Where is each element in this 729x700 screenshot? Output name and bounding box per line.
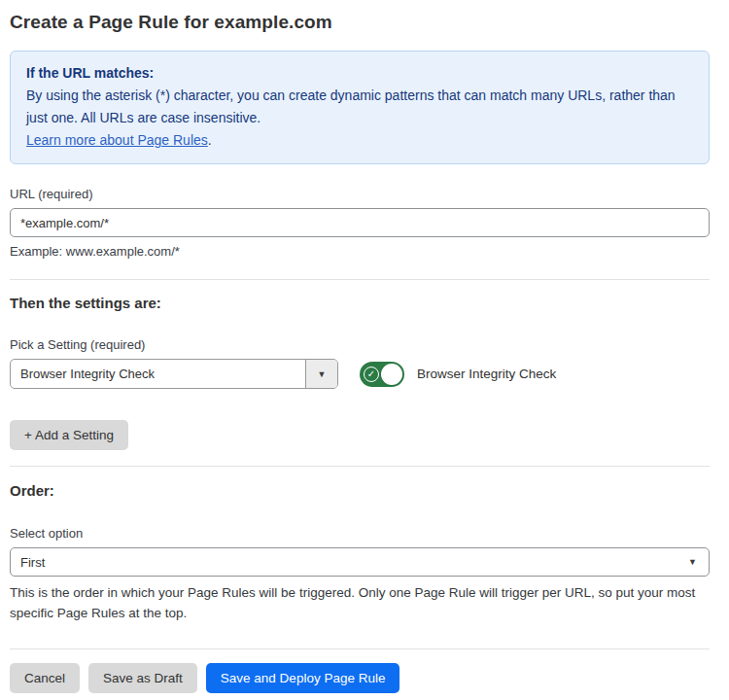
url-label: URL (required)	[10, 187, 710, 201]
url-match-info-box: If the URL matches: By using the asteris…	[10, 51, 710, 164]
toggle-knob	[381, 364, 402, 385]
link-suffix: .	[208, 132, 212, 148]
page-title: Create a Page Rule for example.com	[10, 12, 710, 33]
order-heading: Order:	[10, 482, 710, 499]
url-input[interactable]	[10, 208, 710, 237]
divider	[10, 279, 710, 280]
setting-row: Browser Integrity Check ▼ ✓ Browser Inte…	[10, 359, 710, 389]
chevron-down-icon[interactable]: ▼	[305, 360, 337, 388]
order-select-value: First	[20, 555, 45, 570]
learn-more-link[interactable]: Learn more about Page Rules	[26, 132, 208, 148]
info-box-body: By using the asterisk (*) character, you…	[26, 85, 693, 129]
divider	[10, 648, 710, 649]
setting-select-value: Browser Integrity Check	[11, 360, 305, 388]
order-select[interactable]: First ▼	[10, 547, 710, 577]
setting-toggle[interactable]: ✓	[360, 362, 404, 387]
info-box-heading: If the URL matches:	[26, 62, 693, 85]
cancel-button[interactable]: Cancel	[10, 663, 80, 693]
check-icon: ✓	[364, 367, 379, 382]
settings-heading: Then the settings are:	[10, 295, 710, 311]
page-rule-form: Create a Page Rule for example.com If th…	[0, 0, 729, 693]
setting-select[interactable]: Browser Integrity Check ▼	[10, 359, 338, 389]
save-deploy-button[interactable]: Save and Deploy Page Rule	[206, 663, 400, 693]
save-draft-button[interactable]: Save as Draft	[88, 663, 197, 693]
chevron-down-icon: ▼	[688, 557, 697, 567]
pick-setting-label: Pick a Setting (required)	[10, 337, 710, 352]
info-box-link-line: Learn more about Page Rules.	[26, 129, 693, 152]
url-example-helper: Example: www.example.com/*	[10, 244, 710, 259]
order-helper-text: This is the order in which your Page Rul…	[10, 582, 710, 623]
add-setting-button[interactable]: + Add a Setting	[10, 420, 128, 450]
divider	[10, 466, 710, 467]
order-select-label: Select option	[10, 526, 710, 541]
toggle-label: Browser Integrity Check	[417, 367, 556, 381]
footer-actions: Cancel Save as Draft Save and Deploy Pag…	[10, 663, 710, 693]
